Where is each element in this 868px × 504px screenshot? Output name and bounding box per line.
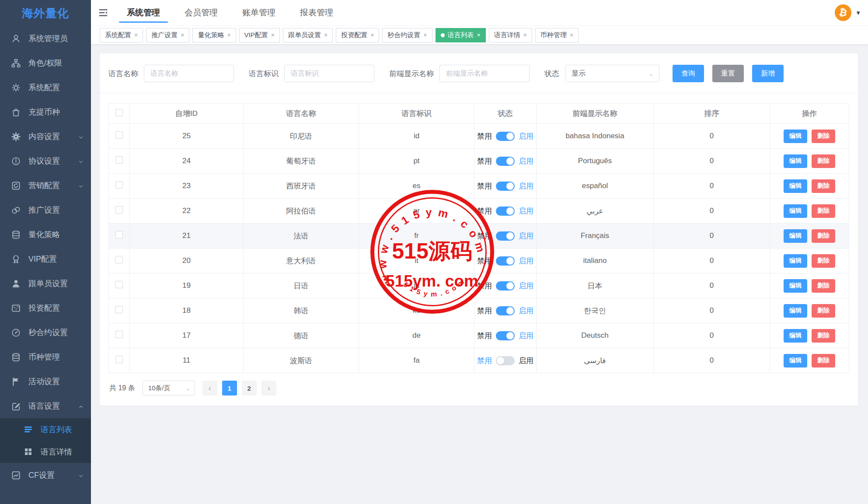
sidebar-item-content-settings[interactable]: 内容设置 — [0, 124, 91, 149]
delete-button[interactable]: 删除 — [812, 179, 835, 193]
status-toggle[interactable] — [496, 132, 515, 141]
tab-system-management[interactable]: 系统管理 — [115, 0, 172, 25]
row-checkbox[interactable] — [115, 231, 123, 238]
row-checkbox[interactable] — [115, 181, 123, 189]
sidebar-item-coin-management[interactable]: 币种管理 — [0, 345, 91, 369]
status-toggle[interactable] — [496, 356, 515, 365]
close-icon[interactable]: × — [477, 32, 481, 38]
sidebar-item-cf-settings[interactable]: CF设置 — [0, 463, 91, 487]
close-icon[interactable]: × — [227, 32, 230, 38]
delete-button[interactable]: 删除 — [812, 204, 835, 218]
tag-follow-trader[interactable]: 跟单员设置× — [283, 28, 333, 42]
row-checkbox[interactable] — [115, 156, 123, 164]
tag-system-config[interactable]: 系统配置× — [100, 28, 143, 42]
status-toggle[interactable] — [496, 281, 515, 290]
next-page-button[interactable]: › — [261, 381, 276, 396]
sidebar-item-language-detail[interactable]: 语言详情 — [0, 441, 91, 463]
page-button-2[interactable]: 2 — [242, 381, 257, 396]
sidebar-item-promotion-settings[interactable]: 推广设置 — [0, 198, 91, 222]
row-checkbox[interactable] — [115, 306, 123, 313]
close-icon[interactable]: × — [271, 32, 275, 38]
sidebar-item-seconds-contract-settings[interactable]: 秒合约设置 — [0, 320, 91, 345]
status-toggle[interactable] — [496, 306, 515, 315]
row-checkbox[interactable] — [115, 256, 123, 263]
close-icon[interactable]: × — [570, 32, 573, 38]
close-icon[interactable]: × — [523, 32, 527, 38]
delete-button[interactable]: 删除 — [812, 154, 835, 168]
delete-button[interactable]: 删除 — [812, 130, 835, 143]
close-icon[interactable]: × — [324, 32, 328, 38]
close-icon[interactable]: × — [423, 32, 427, 38]
sidebar-item-system-config[interactable]: 系统配置 — [0, 75, 91, 100]
page-button-1[interactable]: 1 — [222, 381, 237, 396]
edit-button[interactable]: 编辑 — [784, 279, 807, 293]
status-select[interactable]: 显示 ⌄ — [565, 65, 659, 82]
edit-button[interactable]: 编辑 — [784, 130, 807, 143]
sidebar-item-activity-settings[interactable]: 活动设置 — [0, 369, 91, 394]
tag-promotion-settings[interactable]: 推广设置× — [146, 28, 189, 42]
sidebar-item-deposit-withdraw-coin[interactable]: 充提币种 — [0, 100, 91, 124]
edit-button[interactable]: 编辑 — [784, 329, 807, 343]
sidebar-item-quant-strategy[interactable]: 量化策略 — [0, 222, 91, 247]
sidebar-item-follow-trader-settings[interactable]: 跟单员设置 — [0, 271, 91, 296]
close-icon[interactable]: × — [134, 32, 138, 38]
tag-vip-config[interactable]: VIP配置× — [239, 28, 280, 42]
edit-button[interactable]: 编辑 — [784, 304, 807, 318]
tab-report-management[interactable]: 报表管理 — [288, 0, 345, 25]
row-checkbox[interactable] — [115, 281, 123, 288]
edit-button[interactable]: 编辑 — [784, 204, 807, 218]
delete-button[interactable]: 删除 — [812, 304, 835, 318]
page-size-select[interactable]: 10条/页 ⌄ — [143, 381, 195, 396]
reset-button[interactable]: 重置 — [712, 65, 744, 82]
tag-language-detail[interactable]: 语言详情× — [489, 28, 532, 42]
edit-button[interactable]: 编辑 — [784, 229, 807, 243]
submenu-language-settings: 语言列表语言详情 — [0, 418, 91, 463]
status-toggle[interactable] — [496, 331, 515, 340]
user-menu[interactable]: ₿ ▼ — [835, 0, 861, 25]
prev-page-button[interactable]: ‹ — [202, 381, 217, 396]
sidebar-item-system-admin[interactable]: 系统管理员 — [0, 26, 91, 51]
add-button[interactable]: 新增 — [752, 65, 784, 82]
row-checkbox[interactable] — [115, 331, 123, 338]
sidebar-item-language-settings[interactable]: 语言设置 — [0, 394, 91, 418]
sidebar-item-marketing-config[interactable]: 营销配置 — [0, 173, 91, 198]
status-toggle[interactable] — [496, 231, 515, 241]
sidebar-item-protocol-settings[interactable]: 协议设置 — [0, 149, 91, 173]
edit-button[interactable]: 编辑 — [784, 254, 807, 268]
status-toggle[interactable] — [496, 157, 515, 166]
sidebar-item-language-list[interactable]: 语言列表 — [0, 418, 91, 441]
tab-member-management[interactable]: 会员管理 — [172, 0, 230, 25]
row-checkbox[interactable] — [115, 206, 123, 214]
delete-button[interactable]: 删除 — [812, 254, 835, 268]
tag-coin-management[interactable]: 币种管理× — [535, 28, 579, 42]
tag-seconds-contract[interactable]: 秒合约设置× — [382, 28, 432, 42]
status-toggle[interactable] — [496, 206, 515, 216]
edit-button[interactable]: 编辑 — [784, 354, 807, 368]
delete-button[interactable]: 删除 — [812, 229, 835, 243]
delete-button[interactable]: 删除 — [812, 279, 835, 293]
tag-investment-config[interactable]: 投资配置× — [336, 28, 379, 42]
status-toggle[interactable] — [496, 256, 515, 266]
row-checkbox[interactable] — [115, 131, 123, 139]
close-icon[interactable]: × — [181, 32, 184, 38]
display-name-input[interactable] — [439, 65, 530, 82]
search-button[interactable]: 查询 — [673, 65, 704, 82]
sidebar-item-roles-permissions[interactable]: 角色/权限 — [0, 51, 91, 75]
bitcoin-avatar-icon[interactable]: ₿ — [833, 3, 853, 22]
sidebar-collapse-icon[interactable] — [98, 7, 108, 18]
row-checkbox[interactable] — [115, 356, 123, 363]
edit-button[interactable]: 编辑 — [784, 179, 807, 193]
select-all-checkbox[interactable] — [115, 109, 123, 116]
sidebar-item-investment-config[interactable]: 投资配置 — [0, 296, 91, 320]
language-name-input[interactable] — [144, 65, 234, 82]
tag-quant-strategy[interactable]: 量化策略× — [192, 28, 236, 42]
language-code-input[interactable] — [284, 65, 374, 82]
status-toggle[interactable] — [496, 182, 515, 191]
tab-billing-management[interactable]: 账单管理 — [230, 0, 288, 25]
tag-language-list[interactable]: 语言列表× — [436, 28, 486, 42]
edit-button[interactable]: 编辑 — [784, 154, 807, 168]
close-icon[interactable]: × — [370, 32, 374, 38]
delete-button[interactable]: 删除 — [812, 354, 835, 368]
delete-button[interactable]: 删除 — [812, 329, 835, 343]
sidebar-item-vip-config[interactable]: VIP配置 — [0, 247, 91, 271]
